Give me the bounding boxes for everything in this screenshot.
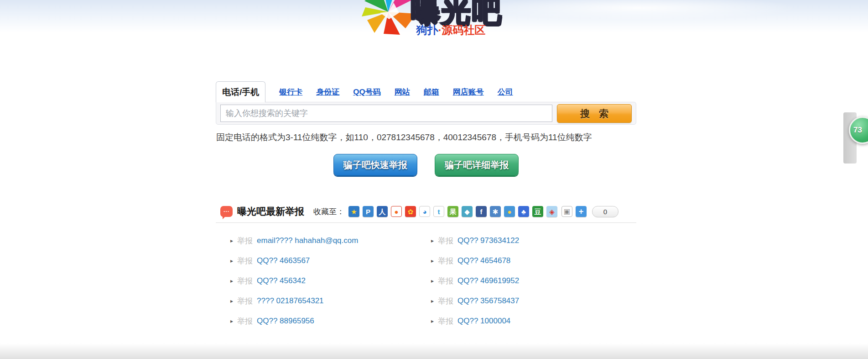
share-count-badge: 0 — [592, 206, 619, 217]
search-input[interactable] — [220, 105, 552, 122]
tab-shop-account[interactable]: 网店账号 — [453, 87, 484, 97]
bullet-triangle-icon: ▸ — [431, 238, 434, 244]
report-link[interactable]: ???? 02187654321 — [257, 296, 324, 306]
report-list-item: ▸ 举报 QQ?? 356758437 — [431, 291, 636, 311]
report-list-item: ▸ 举报 QQ?? 4663567 — [230, 251, 426, 271]
detailed-report-button[interactable]: 骗子吧详细举报 — [435, 154, 519, 176]
report-prefix: 举报 — [438, 316, 453, 327]
report-link[interactable]: QQ?? 356758437 — [457, 296, 519, 306]
report-list-item: ▸ 举报 QQ?? 88965956 — [230, 311, 426, 331]
section-divider — [216, 222, 636, 223]
share-twitter-icon[interactable]: t — [433, 206, 444, 217]
tab-id-card[interactable]: 身份证 — [316, 87, 339, 97]
latest-reports-header: ··· 曝光吧最新举报 收藏至： ★ P 人 ● ✿ ◕ t 果 ◆ — [220, 204, 619, 219]
reports-column-left: ▸ 举报 email???? hahahah@qq.com ▸ 举报 QQ?? … — [216, 231, 426, 331]
report-list-item: ▸ 举报 QQ?? 4654678 — [431, 251, 636, 271]
report-list-item: ▸ 举报 ???? 02187654321 — [230, 291, 426, 311]
report-prefix: 举报 — [237, 236, 253, 246]
bullet-triangle-icon: ▸ — [230, 278, 233, 284]
latest-reports-list: ▸ 举报 email???? hahahah@qq.com ▸ 举报 QQ?? … — [216, 231, 636, 331]
share-baidu-cang-icon[interactable]: ✿ — [405, 206, 416, 217]
bullet-triangle-icon: ▸ — [431, 318, 434, 324]
share-duck-icon[interactable]: ● — [504, 206, 515, 217]
share-xianguo-icon[interactable]: 果 — [447, 206, 458, 217]
tab-links: 银行卡 身份证 QQ号码 网站 邮箱 网店账号 公司 — [265, 87, 513, 102]
report-prefix: 举报 — [237, 316, 253, 327]
bullet-triangle-icon: ▸ — [230, 318, 233, 324]
subtitle-dot: · — [438, 24, 442, 36]
bullet-triangle-icon: ▸ — [431, 278, 434, 284]
page: 曝光吧 狗扑·源码社区 电话/手机 银行卡 身份证 QQ号码 网站 邮箱 网店账… — [0, 0, 868, 359]
report-list-item: ▸ 举报 QQ?? 456342 — [230, 271, 426, 291]
tab-qq-number[interactable]: QQ号码 — [353, 87, 380, 97]
report-list-item: ▸ 举报 email???? hahahah@qq.com — [230, 231, 426, 251]
report-prefix: 举报 — [438, 256, 453, 266]
latest-reports-title: 曝光吧最新举报 — [237, 205, 304, 218]
add-share-icon[interactable]: + — [576, 206, 587, 217]
share-renren-icon[interactable]: 人 — [377, 206, 388, 217]
report-link[interactable]: QQ?? 469619952 — [457, 276, 519, 285]
share-qzone-icon[interactable]: ★ — [348, 206, 359, 217]
tab-email[interactable]: 邮箱 — [424, 87, 439, 97]
report-list-item: ▸ 举报 QQ?? 469619952 — [431, 271, 636, 291]
tab-website[interactable]: 网站 — [395, 87, 410, 97]
copy-icon[interactable]: ▣ — [561, 206, 572, 217]
search-button[interactable]: 搜 索 — [557, 104, 632, 123]
reports-column-right: ▸ 举报 QQ?? 973634122 ▸ 举报 QQ?? 4654678 ▸ … — [426, 231, 636, 331]
search-panel: 搜 索 — [216, 102, 636, 125]
report-link[interactable]: QQ?? 1000004 — [457, 317, 510, 326]
share-lantern-icon[interactable]: ◈ — [546, 206, 557, 217]
report-link[interactable]: QQ?? 4654678 — [457, 256, 510, 265]
report-list-item: ▸ 举报 QQ?? 973634122 — [431, 231, 636, 251]
report-link[interactable]: QQ?? 973634122 — [457, 236, 519, 245]
bullet-triangle-icon: ▸ — [431, 298, 434, 304]
report-prefix: 举报 — [438, 236, 453, 246]
report-list-item: ▸ 举报 QQ?? 1000004 — [431, 311, 636, 331]
bullet-triangle-icon: ▸ — [230, 258, 233, 264]
report-link[interactable]: QQ?? 88965956 — [257, 317, 314, 326]
report-prefix: 举报 — [237, 276, 253, 286]
share-to-label: 收藏至： — [313, 206, 344, 217]
quick-report-button[interactable]: 骗子吧快速举报 — [333, 154, 417, 176]
share-hand-icon[interactable]: ✱ — [490, 206, 501, 217]
report-buttons-row: 骗子吧快速举报 骗子吧详细举报 — [216, 154, 636, 176]
bottom-gradient-band — [0, 343, 868, 359]
site-logo-subtitle: 狗扑·源码社区 — [409, 23, 493, 37]
share-360-icon[interactable]: ◕ — [419, 206, 430, 217]
tab-phone-active[interactable]: 电话/手机 — [216, 81, 265, 102]
share-tools: ▣ + 0 — [561, 206, 619, 217]
speech-bubble-icon: ··· — [220, 206, 233, 217]
bullet-triangle-icon: ▸ — [230, 238, 233, 244]
tab-company[interactable]: 公司 — [498, 87, 513, 97]
share-facebook-icon[interactable]: f — [476, 206, 487, 217]
share-pengyou-icon[interactable]: P — [363, 206, 374, 217]
report-prefix: 举报 — [237, 256, 253, 266]
share-icons-row: ★ P 人 ● ✿ ◕ t 果 ◆ f ✱ ● — [348, 206, 557, 217]
share-douban-icon[interactable]: 豆 — [532, 206, 543, 217]
report-link[interactable]: QQ?? 4663567 — [257, 256, 310, 265]
share-tieba-icon[interactable]: ♣ — [518, 206, 529, 217]
subtitle-left: 狗扑 — [416, 24, 438, 36]
cloud-decoration — [479, 0, 798, 21]
phone-format-hint: 固定电话的格式为3-11位纯数字，如110，027812345678，40012… — [216, 132, 592, 143]
report-link[interactable]: QQ?? 456342 — [257, 276, 306, 285]
bullet-triangle-icon: ▸ — [431, 258, 434, 264]
report-prefix: 举报 — [438, 296, 453, 306]
report-prefix: 举报 — [237, 296, 253, 306]
tab-bank-card[interactable]: 银行卡 — [279, 87, 302, 97]
share-sina-weibo-icon[interactable]: ● — [391, 206, 402, 217]
report-prefix: 举报 — [438, 276, 453, 286]
subtitle-right: 源码社区 — [442, 24, 486, 36]
share-fish-icon[interactable]: ◆ — [462, 206, 473, 217]
report-link[interactable]: email???? hahahah@qq.com — [257, 236, 358, 245]
bullet-triangle-icon: ▸ — [230, 298, 233, 304]
search-category-tabs: 电话/手机 银行卡 身份证 QQ号码 网站 邮箱 网店账号 公司 — [216, 81, 636, 102]
